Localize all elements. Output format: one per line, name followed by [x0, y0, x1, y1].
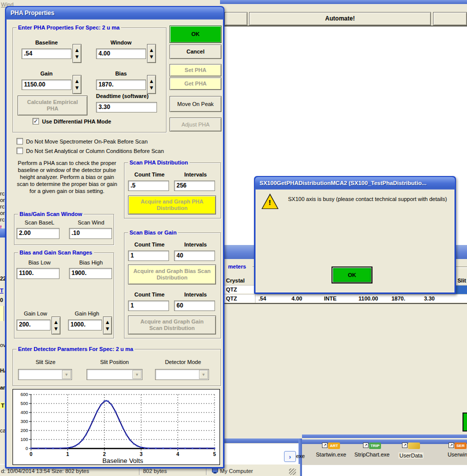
table-cell-gain: 1100.00	[358, 296, 378, 302]
set-pha-button[interactable]: Set PHA	[170, 64, 222, 76]
pha-dialog-titlebar[interactable]: PHA Properties	[6, 7, 224, 20]
scan-basel-label: Scan BaseL	[19, 220, 60, 226]
chevron-down-icon[interactable]: ▼	[132, 370, 142, 379]
bias-low-label: Bias Low	[19, 260, 60, 266]
group-scan-window-legend: Bias/Gain Scan Window	[18, 211, 84, 217]
spinner-up-icon: ▲	[54, 319, 59, 326]
acquire-graph-bias-button[interactable]: Acquire and Graph Bias Scan Distribution	[128, 264, 216, 284]
bias-intervals-input[interactable]: 40	[174, 250, 215, 261]
spinner-up-icon: ▲	[74, 78, 80, 84]
sx100-error-dialog: SX100GetPHADistributionMCA2 (SX100_TestP…	[254, 176, 456, 294]
scan-wind-input[interactable]: .10	[69, 228, 112, 239]
desktop-icon-userdata[interactable]: ↗ UserData	[390, 442, 432, 460]
use-differential-pha-checkbox[interactable]: ✓	[32, 118, 39, 124]
error-dialog-titlebar[interactable]: SX100GetPHADistributionMCA2 (SX100_TestP…	[255, 177, 455, 190]
pha-count-time-input[interactable]: .5	[128, 180, 169, 191]
baseline-spinner[interactable]: ▲▼	[72, 44, 82, 63]
group-scan-bias-gain-legend: Scan Bias or Gain	[128, 230, 178, 236]
move-on-peak-button[interactable]: Move On Peak	[170, 96, 222, 112]
svg-text:0: 0	[30, 452, 32, 457]
scan-basel-input[interactable]: 2.00	[16, 228, 60, 239]
desktop-icon-startwin[interactable]: ↗ART Startwin.exe	[310, 442, 352, 458]
chevron-down-icon[interactable]: ▼	[62, 370, 71, 379]
gain-intervals-input[interactable]: 60	[174, 300, 215, 311]
resize-grip[interactable]	[289, 468, 296, 475]
gain-high-input[interactable]: 1000.	[68, 320, 102, 330]
file-window-top-border	[220, 438, 302, 443]
window-input[interactable]: 4.00	[96, 48, 146, 59]
cut-icon-label[interactable]: exe	[296, 453, 305, 459]
svg-text:1: 1	[66, 452, 70, 457]
acquire-graph-gain-button[interactable]: Acquire and Graph Gain Scan Distribution	[128, 316, 216, 334]
startwin-icon: ART	[328, 442, 340, 449]
icon-label: Userwin	[436, 452, 467, 458]
svg-text:3: 3	[140, 452, 142, 457]
no-set-analytical-checkbox[interactable]	[16, 148, 23, 154]
gain-low-spinner[interactable]: ▲▼	[52, 316, 60, 334]
cancel-button[interactable]: Cancel	[170, 44, 222, 59]
ok-button[interactable]: OK	[170, 26, 222, 43]
gain-high-spinner[interactable]: ▲▼	[103, 316, 112, 334]
shortcut-arrow-icon: ↗	[402, 442, 408, 448]
baseline-input[interactable]: .54	[22, 48, 72, 59]
bias-spinner[interactable]: ▲▼	[147, 75, 156, 94]
desktop-icon-stripchart[interactable]: ↗TRIP StripChart.exe	[351, 442, 393, 458]
deadtime-input[interactable]: 3.30	[96, 102, 157, 112]
shortcut-arrow-icon: ↗	[363, 442, 368, 448]
toolbar-button-partial-left[interactable]	[224, 12, 248, 26]
table-cell-window: 4.00	[292, 296, 302, 302]
bias-label: Bias	[96, 70, 146, 76]
pha-intervals-input[interactable]: 256	[174, 180, 215, 191]
count-time-label: Count Time	[129, 242, 170, 248]
gain-spinner[interactable]: ▲▼	[72, 75, 82, 94]
bias-high-input[interactable]: 1900.	[69, 268, 112, 279]
background-ok-button-sliver[interactable]	[462, 412, 467, 432]
acquire-graph-pha-button[interactable]: Acquire and Graph PHA Distribution	[128, 196, 216, 214]
baseline-label: Baseline	[22, 40, 72, 46]
desktop-icon-userwin[interactable]: ↗SER Userwin	[436, 442, 467, 458]
chevron-down-icon[interactable]: ▼	[199, 370, 208, 379]
intervals-label: Intervals	[175, 172, 216, 178]
gain-count-time-input[interactable]: 1	[128, 300, 169, 311]
slit-position-select[interactable]: ▼	[86, 369, 142, 380]
automate-button-label: Automate!	[325, 16, 354, 22]
detector-mode-select[interactable]: ▼	[155, 369, 209, 380]
calculate-empirical-pha-button[interactable]: Calculate Empirical PHA	[18, 96, 88, 116]
bg-text-fragment: rc	[0, 216, 4, 222]
background-titlebar-strip	[220, 0, 467, 4]
bg-text-fragment: rc	[0, 204, 4, 210]
window-spinner[interactable]: ▲▼	[147, 44, 156, 63]
bias-input[interactable]: 1870.	[96, 80, 146, 90]
bias-low-input[interactable]: 1100.	[16, 268, 60, 279]
table-row[interactable]: QTZ .54 4.00 INTE 1100.00 1870. 3.30	[224, 294, 467, 302]
window-label: Window	[96, 40, 146, 46]
detector-mode-label: Detector Mode	[156, 359, 210, 365]
table-cell-baseline: .54	[258, 296, 266, 302]
bias-count-time-input[interactable]: 1	[128, 250, 169, 261]
exclamation-glyph: !	[268, 198, 271, 206]
get-pha-button[interactable]: Get PHA	[170, 78, 222, 90]
pha-chart: 0100200300400500600012345Baseline Volts	[13, 390, 220, 464]
bg-text-fragment: or	[0, 210, 5, 216]
window-border-bar	[302, 434, 467, 438]
my-computer-icon-base	[214, 472, 216, 474]
svg-text:2: 2	[103, 452, 106, 457]
no-move-spectrometer-checkbox[interactable]	[16, 138, 23, 144]
gain-input[interactable]: 1150.00	[22, 80, 72, 90]
svg-text:500: 500	[20, 401, 28, 406]
automate-button[interactable]: Automate!	[249, 12, 431, 26]
my-computer-icon	[212, 468, 218, 472]
spinner-down-icon: ▼	[149, 84, 154, 91]
gain-low-input[interactable]: 200.	[16, 320, 50, 330]
spinner-up-icon: ▲	[105, 319, 110, 326]
table-cell-crystal: QTZ	[226, 296, 237, 302]
parameters-group-label-fragment: meters	[226, 264, 248, 270]
adjust-pha-button[interactable]: Adjust PHA	[170, 118, 222, 132]
error-ok-button[interactable]: OK	[332, 266, 372, 284]
chevron-right-icon: ›	[289, 453, 291, 460]
group-enter-pha-legend: Enter PHA Properties For Spec: 2 u ma	[16, 24, 121, 30]
scroll-right-button[interactable]: ›	[284, 451, 296, 462]
slit-size-select[interactable]: ▼	[18, 369, 72, 380]
group-detector-legend: Enter Detector Parameters For Spec: 2 u …	[16, 346, 134, 352]
toolbar-button-partial-right[interactable]	[433, 12, 467, 26]
